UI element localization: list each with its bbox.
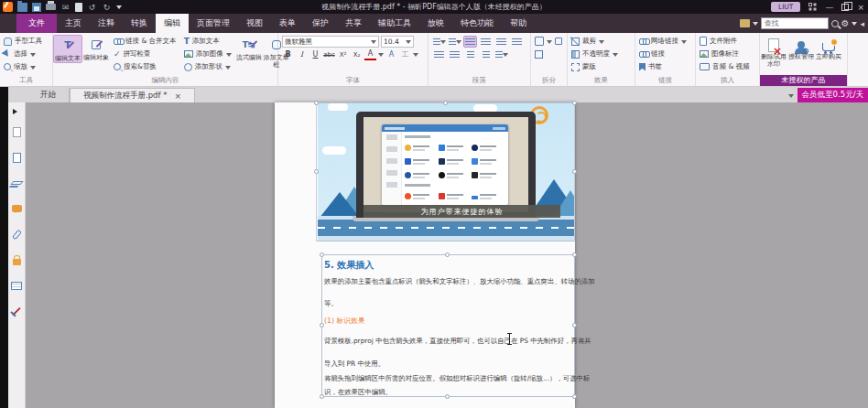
quick-access-dropdown-icon[interactable] — [116, 5, 122, 12]
bookmark-button[interactable]: 书签 — [635, 60, 690, 73]
tab-file[interactable]: 文件 — [16, 14, 57, 33]
attachments-panel-button[interactable] — [8, 221, 25, 247]
align-right-button[interactable] — [494, 36, 508, 48]
paragraph-more-button[interactable] — [494, 48, 508, 60]
font-size-select[interactable]: 10.4 — [381, 36, 414, 48]
split-dropdown-icon[interactable] — [547, 40, 552, 47]
select-button[interactable]: 选择 — [0, 48, 46, 60]
tab-edit[interactable]: 编辑 — [156, 14, 189, 33]
restore-button[interactable] — [841, 4, 849, 11]
selection-handle[interactable] — [320, 252, 324, 257]
undo-icon[interactable]: ↺ — [87, 3, 97, 12]
thumbnails-panel-button[interactable] — [8, 145, 25, 170]
save-icon[interactable] — [32, 3, 41, 12]
expand-panel-button[interactable] — [8, 102, 25, 119]
doc-tab-current[interactable]: 视频制作流程手册.pdf * × — [70, 88, 195, 102]
tab-comment[interactable]: 注释 — [90, 14, 123, 33]
flow-edit-button[interactable]: T↹ 流式编辑 — [235, 35, 263, 61]
tab-accessibility[interactable]: 辅助工具 — [370, 14, 419, 33]
selection-handle[interactable] — [572, 323, 577, 327]
open-file-icon[interactable] — [17, 3, 27, 12]
image-annotation-button[interactable]: 图像标注 — [696, 48, 754, 60]
promo-banner[interactable]: 会员低至0.5元/天 — [797, 88, 868, 102]
add-image-button[interactable]: 添加图像 — [180, 48, 235, 60]
split-text-icon[interactable] — [535, 37, 544, 46]
mask-button[interactable]: 蒙版 — [568, 60, 622, 73]
text-direction-button[interactable]: 工 — [399, 48, 411, 60]
selection-handle[interactable] — [314, 101, 319, 105]
zoom-button[interactable]: 缩放 — [0, 60, 46, 73]
bookmarks-panel-button[interactable] — [8, 119, 25, 145]
subscript-button[interactable]: X₂ — [351, 48, 363, 60]
print-icon[interactable] — [46, 4, 56, 10]
search-icon[interactable] — [831, 20, 839, 27]
find-scope-dropdown-icon[interactable] — [753, 22, 758, 28]
selection-handle[interactable] — [572, 394, 577, 399]
gear-icon[interactable]: ⚙ — [841, 18, 850, 29]
hand-tool-button[interactable]: 手型工具 — [0, 35, 46, 48]
tab-help[interactable]: 帮助 — [502, 14, 535, 33]
tab-share[interactable]: 共享 — [337, 14, 370, 33]
align-center-button[interactable] — [479, 36, 493, 48]
increase-indent-button[interactable] — [448, 48, 461, 60]
edit-text-button[interactable]: T 编辑文本 — [53, 35, 82, 63]
selection-handle[interactable] — [572, 169, 577, 174]
font-color-button[interactable]: A — [364, 48, 376, 60]
font-color-dropdown-icon[interactable] — [378, 53, 384, 59]
close-button[interactable]: × — [857, 3, 864, 12]
tab-convert[interactable]: 转换 — [123, 14, 156, 33]
find-scope-icon[interactable] — [740, 19, 750, 27]
text-direction-dropdown-icon[interactable] — [413, 53, 418, 59]
selection-handle[interactable] — [445, 394, 450, 399]
page-illustration[interactable]: 为用户带来便捷的体验 — [318, 102, 574, 242]
comments-panel-button[interactable] — [8, 196, 25, 221]
underline-button[interactable]: U — [309, 48, 321, 60]
document-canvas[interactable]: 为用户带来便捷的体验 5. 效果插入 效果的添加主要包含重点标识（箭头和文字标注… — [26, 102, 868, 408]
crop-button[interactable]: 裁剪 — [568, 35, 622, 48]
redo-icon[interactable]: ↻ — [102, 3, 112, 12]
tab-form[interactable]: 表单 — [271, 14, 304, 33]
spell-check-button[interactable]: ✓拼写检查 — [110, 48, 180, 60]
edit-object-button[interactable]: 编辑对象 — [82, 35, 110, 61]
split-frame-icon[interactable] — [535, 50, 543, 59]
fields-panel-button[interactable] — [8, 273, 25, 298]
decrease-indent-button[interactable] — [432, 48, 446, 60]
buy-now-button[interactable]: 立即购买 — [815, 35, 842, 60]
web-link-button[interactable]: 网络链接 — [635, 35, 690, 48]
strikethrough-button[interactable]: abc — [323, 48, 335, 60]
email-icon[interactable]: ✉ — [60, 3, 71, 12]
tab-home[interactable]: 主页 — [57, 14, 90, 33]
find-input[interactable] — [761, 17, 829, 29]
bullet-list-button[interactable] — [432, 36, 446, 48]
audio-video-button[interactable]: 音频 & 视频 — [696, 60, 754, 73]
window-layout-icon[interactable] — [808, 3, 817, 11]
char-scale-button[interactable] — [479, 48, 493, 60]
selection-handle[interactable] — [314, 169, 319, 174]
opacity-button[interactable]: 不透明度 — [568, 48, 622, 60]
file-attachment-button[interactable]: 文件附件 — [696, 35, 754, 48]
collapse-ribbon-icon[interactable]: ◂ — [860, 19, 864, 28]
merge-box-icon[interactable] — [555, 38, 562, 45]
add-shape-button[interactable]: 添加形状 — [180, 60, 235, 73]
tab-protect[interactable]: 保护 — [304, 14, 337, 33]
banner-dropdown-icon[interactable] — [785, 88, 797, 102]
align-left-button[interactable] — [463, 36, 477, 48]
bold-button[interactable]: B — [282, 48, 294, 60]
line-spacing-button[interactable] — [463, 48, 477, 60]
font-family-select[interactable]: 微软雅黑 — [282, 36, 379, 48]
selection-handle[interactable] — [445, 252, 450, 257]
char-spacing-button[interactable]: A — [385, 48, 397, 60]
signature-panel-button[interactable] — [8, 298, 25, 324]
layers-panel-button[interactable] — [8, 170, 25, 196]
superscript-button[interactable]: X² — [337, 48, 349, 60]
selection-handle[interactable] — [443, 101, 448, 105]
selection-handle[interactable] — [572, 101, 577, 105]
minimize-button[interactable]: — — [825, 3, 833, 12]
settings-dropdown-icon[interactable] — [852, 22, 857, 28]
numbered-list-button[interactable] — [448, 36, 461, 48]
link-button[interactable]: 链接 — [635, 48, 690, 60]
add-text-button[interactable]: T添加文本 — [180, 35, 235, 48]
selection-handle[interactable] — [572, 252, 577, 257]
italic-button[interactable]: I — [296, 48, 308, 60]
doc-tab-close-icon[interactable]: × — [174, 91, 181, 101]
